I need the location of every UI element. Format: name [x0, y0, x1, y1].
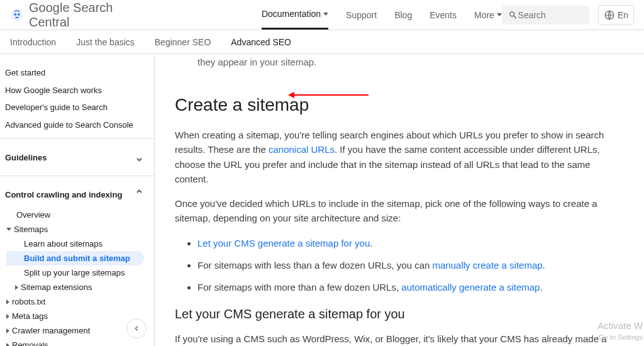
paragraph: If you're using a CMS such as WordPress,…	[175, 332, 624, 346]
caret-right-icon	[6, 328, 9, 333]
nav-more[interactable]: More	[474, 0, 502, 30]
svg-point-2	[18, 13, 20, 16]
nav-blog[interactable]: Blog	[394, 0, 412, 30]
sidebar-build-submit-sitemap[interactable]: Build and submit a sitemap	[6, 251, 144, 265]
heading-create-sitemap: Create a sitemap	[175, 95, 624, 115]
chevron-up-icon: ⌃	[135, 187, 144, 201]
sidebar-advanced-guide[interactable]: Advanced guide to Search Console	[0, 116, 154, 134]
caret-right-icon	[6, 299, 9, 304]
language-selector[interactable]: En	[598, 5, 634, 25]
list-item: For sitemaps with more than a few dozen …	[197, 280, 624, 294]
search-icon	[508, 9, 518, 21]
svg-point-1	[14, 13, 16, 16]
paragraph: When creating a sitemap, you're telling …	[175, 128, 624, 186]
sidebar-robots-txt[interactable]: robots.txt	[6, 294, 154, 309]
sidebar-developers-guide[interactable]: Developer's guide to Search	[0, 99, 154, 116]
sidebar-learn-about-sitemaps[interactable]: Learn about sitemaps	[6, 237, 154, 251]
nav-events[interactable]: Events	[430, 0, 457, 30]
sidebar-sitemaps[interactable]: Sitemaps	[6, 222, 154, 237]
caret-down-icon	[6, 228, 11, 231]
svg-point-0	[11, 9, 23, 20]
list-item: For sitemaps with less than a few dozen …	[197, 258, 624, 272]
link-canonical-urls[interactable]: canonical URLs	[269, 144, 335, 155]
sidebar-get-started[interactable]: Get started	[0, 64, 154, 82]
chevron-down-icon: ⌄	[135, 150, 144, 164]
sidebar-overview[interactable]: Overview	[6, 208, 154, 222]
prev-paragraph-tail: they appear in your sitemap.	[175, 54, 624, 82]
tab-just-the-basics[interactable]: Just the basics	[76, 37, 135, 47]
caret-right-icon	[6, 314, 9, 319]
language-label: En	[618, 10, 628, 20]
main-content: they appear in your sitemap. Create a si…	[155, 54, 644, 346]
sidebar-group-crawling[interactable]: Control crawling and indexing ⌃	[0, 181, 154, 208]
chevron-left-icon	[131, 323, 142, 333]
sidebar-group-guidelines[interactable]: Guidelines ⌄	[0, 144, 154, 170]
sitemap-options-list: Let your CMS generate a sitemap for you.…	[175, 236, 624, 295]
nav-documentation[interactable]: Documentation	[262, 0, 328, 30]
caret-right-icon	[15, 285, 18, 290]
link-auto-generate[interactable]: automatically generate a sitemap	[401, 282, 540, 293]
tab-advanced-seo[interactable]: Advanced SEO	[231, 37, 291, 47]
nav-support[interactable]: Support	[346, 0, 377, 30]
chevron-down-icon	[323, 13, 328, 16]
doc-tabs: Introduction Just the basics Beginner SE…	[0, 30, 644, 54]
link-cms-generate[interactable]: Let your CMS generate a sitemap for you	[197, 238, 370, 248]
caret-right-icon	[6, 343, 9, 347]
sidebar-split-large-sitemaps[interactable]: Split up your large sitemaps	[6, 265, 154, 280]
top-header: Google Search Central Documentation Supp…	[0, 0, 644, 30]
paragraph: Once you've decided which URLs to includ…	[175, 196, 624, 226]
heading-cms-generate: Let your CMS generate a sitemap for you	[175, 307, 624, 321]
tab-beginner-seo[interactable]: Beginner SEO	[155, 37, 211, 47]
sidebar-how-search-works[interactable]: How Google Search works	[0, 82, 154, 99]
svg-rect-3	[15, 16, 19, 18]
brand-logo[interactable]: Google Search Central	[10, 1, 130, 30]
brand-text: Google Search Central	[29, 1, 130, 30]
chevron-down-icon	[497, 13, 502, 16]
tab-introduction[interactable]: Introduction	[10, 37, 56, 47]
list-item: Let your CMS generate a sitemap for you.	[197, 236, 624, 250]
primary-nav: Documentation Support Blog Events More	[262, 0, 502, 30]
globe-icon	[604, 9, 615, 21]
search-box[interactable]	[502, 6, 589, 25]
google-search-central-icon	[10, 6, 24, 24]
sidebar-sitemap-extensions[interactable]: Sitemap extensions	[6, 280, 154, 294]
search-input[interactable]	[518, 10, 583, 20]
sidebar-removals[interactable]: Removals	[6, 338, 154, 346]
divider	[0, 176, 154, 176]
divider	[0, 138, 154, 139]
link-manual-create[interactable]: manually create a sitemap	[433, 260, 543, 271]
collapse-sidebar-button[interactable]	[126, 318, 147, 338]
sidebar: Get started How Google Search works Deve…	[0, 54, 155, 346]
